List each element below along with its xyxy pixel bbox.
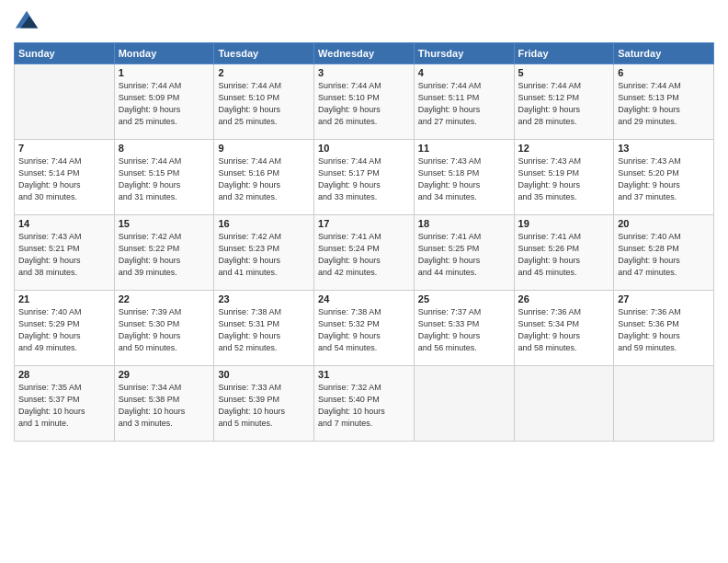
- calendar-header: SundayMondayTuesdayWednesdayThursdayFrid…: [15, 43, 714, 64]
- calendar-cell: 13Sunrise: 7:43 AM Sunset: 5:20 PM Dayli…: [614, 140, 714, 215]
- day-number: 12: [518, 143, 610, 154]
- calendar-cell: 26Sunrise: 7:36 AM Sunset: 5:34 PM Dayli…: [514, 291, 614, 366]
- day-number: 15: [119, 218, 210, 229]
- calendar-cell: 22Sunrise: 7:39 AM Sunset: 5:30 PM Dayli…: [114, 291, 214, 366]
- calendar-cell: 4Sunrise: 7:44 AM Sunset: 5:11 PM Daylig…: [414, 64, 514, 140]
- day-number: 24: [318, 293, 410, 304]
- day-number: 25: [418, 293, 510, 304]
- day-number: 13: [618, 143, 710, 154]
- calendar-cell: 31Sunrise: 7:32 AM Sunset: 5:40 PM Dayli…: [314, 366, 415, 442]
- calendar-week-row: 1Sunrise: 7:44 AM Sunset: 5:09 PM Daylig…: [15, 64, 714, 140]
- day-number: 18: [418, 218, 510, 229]
- day-number: 8: [119, 143, 210, 154]
- calendar-cell: [15, 64, 115, 140]
- day-number: 28: [18, 369, 110, 380]
- day-number: 21: [18, 293, 110, 304]
- calendar-cell: 14Sunrise: 7:43 AM Sunset: 5:21 PM Dayli…: [15, 215, 115, 291]
- day-info: Sunrise: 7:44 AM Sunset: 5:13 PM Dayligh…: [618, 80, 710, 128]
- calendar-cell: 18Sunrise: 7:41 AM Sunset: 5:25 PM Dayli…: [414, 215, 514, 291]
- day-info: Sunrise: 7:44 AM Sunset: 5:16 PM Dayligh…: [218, 155, 310, 203]
- weekday-header: Friday: [514, 43, 614, 64]
- calendar-table: SundayMondayTuesdayWednesdayThursdayFrid…: [14, 42, 714, 442]
- day-number: 23: [218, 293, 310, 304]
- day-number: 3: [318, 67, 410, 78]
- calendar-week-row: 28Sunrise: 7:35 AM Sunset: 5:37 PM Dayli…: [15, 366, 714, 442]
- calendar-cell: 23Sunrise: 7:38 AM Sunset: 5:31 PM Dayli…: [214, 291, 314, 366]
- calendar-cell: 8Sunrise: 7:44 AM Sunset: 5:15 PM Daylig…: [114, 140, 214, 215]
- calendar-cell: 16Sunrise: 7:42 AM Sunset: 5:23 PM Dayli…: [214, 215, 314, 291]
- calendar-cell: [614, 366, 714, 442]
- calendar-cell: 15Sunrise: 7:42 AM Sunset: 5:22 PM Dayli…: [114, 215, 214, 291]
- day-number: 17: [318, 218, 410, 229]
- calendar-cell: [414, 366, 514, 442]
- day-number: 31: [318, 369, 410, 380]
- day-info: Sunrise: 7:42 AM Sunset: 5:23 PM Dayligh…: [218, 231, 310, 279]
- day-info: Sunrise: 7:36 AM Sunset: 5:36 PM Dayligh…: [618, 306, 710, 354]
- day-number: 10: [318, 143, 410, 154]
- day-info: Sunrise: 7:41 AM Sunset: 5:26 PM Dayligh…: [518, 231, 610, 279]
- weekday-header: Saturday: [614, 43, 714, 64]
- calendar-cell: 29Sunrise: 7:34 AM Sunset: 5:38 PM Dayli…: [114, 366, 214, 442]
- day-info: Sunrise: 7:44 AM Sunset: 5:09 PM Dayligh…: [119, 80, 210, 128]
- weekday-header: Thursday: [414, 43, 514, 64]
- day-info: Sunrise: 7:32 AM Sunset: 5:40 PM Dayligh…: [318, 382, 410, 430]
- day-number: 29: [119, 369, 210, 380]
- day-number: 2: [218, 67, 310, 78]
- day-info: Sunrise: 7:33 AM Sunset: 5:39 PM Dayligh…: [218, 382, 310, 430]
- day-info: Sunrise: 7:40 AM Sunset: 5:29 PM Dayligh…: [18, 306, 110, 354]
- day-info: Sunrise: 7:44 AM Sunset: 5:15 PM Dayligh…: [119, 155, 210, 203]
- day-number: 30: [218, 369, 310, 380]
- calendar-cell: 25Sunrise: 7:37 AM Sunset: 5:33 PM Dayli…: [414, 291, 514, 366]
- day-info: Sunrise: 7:39 AM Sunset: 5:30 PM Dayligh…: [119, 306, 210, 354]
- day-info: Sunrise: 7:43 AM Sunset: 5:21 PM Dayligh…: [18, 231, 110, 279]
- day-number: 26: [518, 293, 610, 304]
- day-info: Sunrise: 7:41 AM Sunset: 5:25 PM Dayligh…: [418, 231, 510, 279]
- day-number: 5: [518, 67, 610, 78]
- calendar-cell: 3Sunrise: 7:44 AM Sunset: 5:10 PM Daylig…: [314, 64, 415, 140]
- day-info: Sunrise: 7:44 AM Sunset: 5:14 PM Dayligh…: [18, 155, 110, 203]
- day-number: 14: [18, 218, 110, 229]
- calendar-cell: 21Sunrise: 7:40 AM Sunset: 5:29 PM Dayli…: [15, 291, 115, 366]
- calendar-cell: [514, 366, 614, 442]
- day-info: Sunrise: 7:44 AM Sunset: 5:10 PM Dayligh…: [318, 80, 410, 128]
- calendar-cell: 11Sunrise: 7:43 AM Sunset: 5:18 PM Dayli…: [414, 140, 514, 215]
- calendar-cell: 12Sunrise: 7:43 AM Sunset: 5:19 PM Dayli…: [514, 140, 614, 215]
- day-number: 6: [618, 67, 710, 78]
- day-number: 20: [618, 218, 710, 229]
- day-info: Sunrise: 7:35 AM Sunset: 5:37 PM Dayligh…: [18, 382, 110, 430]
- day-info: Sunrise: 7:43 AM Sunset: 5:20 PM Dayligh…: [618, 155, 710, 203]
- day-info: Sunrise: 7:44 AM Sunset: 5:12 PM Dayligh…: [518, 80, 610, 128]
- day-info: Sunrise: 7:41 AM Sunset: 5:24 PM Dayligh…: [318, 231, 410, 279]
- calendar-week-row: 14Sunrise: 7:43 AM Sunset: 5:21 PM Dayli…: [15, 215, 714, 291]
- calendar-cell: 10Sunrise: 7:44 AM Sunset: 5:17 PM Dayli…: [314, 140, 415, 215]
- day-info: Sunrise: 7:43 AM Sunset: 5:19 PM Dayligh…: [518, 155, 610, 203]
- day-info: Sunrise: 7:44 AM Sunset: 5:17 PM Dayligh…: [318, 155, 410, 203]
- calendar-cell: 6Sunrise: 7:44 AM Sunset: 5:13 PM Daylig…: [614, 64, 714, 140]
- day-number: 1: [119, 67, 210, 78]
- weekday-header: Tuesday: [214, 43, 314, 64]
- day-number: 27: [618, 293, 710, 304]
- logo: [14, 9, 43, 35]
- calendar-cell: 5Sunrise: 7:44 AM Sunset: 5:12 PM Daylig…: [514, 64, 614, 140]
- calendar-cell: 24Sunrise: 7:38 AM Sunset: 5:32 PM Dayli…: [314, 291, 415, 366]
- calendar-cell: 19Sunrise: 7:41 AM Sunset: 5:26 PM Dayli…: [514, 215, 614, 291]
- day-info: Sunrise: 7:36 AM Sunset: 5:34 PM Dayligh…: [518, 306, 610, 354]
- calendar-cell: 28Sunrise: 7:35 AM Sunset: 5:37 PM Dayli…: [15, 366, 115, 442]
- weekday-header: Sunday: [15, 43, 115, 64]
- calendar-cell: 9Sunrise: 7:44 AM Sunset: 5:16 PM Daylig…: [214, 140, 314, 215]
- weekday-header: Wednesday: [314, 43, 415, 64]
- day-number: 7: [18, 143, 110, 154]
- page-header: [14, 9, 714, 35]
- day-info: Sunrise: 7:37 AM Sunset: 5:33 PM Dayligh…: [418, 306, 510, 354]
- calendar-cell: 1Sunrise: 7:44 AM Sunset: 5:09 PM Daylig…: [114, 64, 214, 140]
- calendar-cell: 27Sunrise: 7:36 AM Sunset: 5:36 PM Dayli…: [614, 291, 714, 366]
- day-number: 16: [218, 218, 310, 229]
- day-number: 4: [418, 67, 510, 78]
- day-info: Sunrise: 7:34 AM Sunset: 5:38 PM Dayligh…: [119, 382, 210, 430]
- calendar-week-row: 7Sunrise: 7:44 AM Sunset: 5:14 PM Daylig…: [15, 140, 714, 215]
- day-number: 19: [518, 218, 610, 229]
- day-info: Sunrise: 7:40 AM Sunset: 5:28 PM Dayligh…: [618, 231, 710, 279]
- day-info: Sunrise: 7:42 AM Sunset: 5:22 PM Dayligh…: [119, 231, 210, 279]
- calendar-body: 1Sunrise: 7:44 AM Sunset: 5:09 PM Daylig…: [15, 64, 714, 442]
- day-info: Sunrise: 7:38 AM Sunset: 5:31 PM Dayligh…: [218, 306, 310, 354]
